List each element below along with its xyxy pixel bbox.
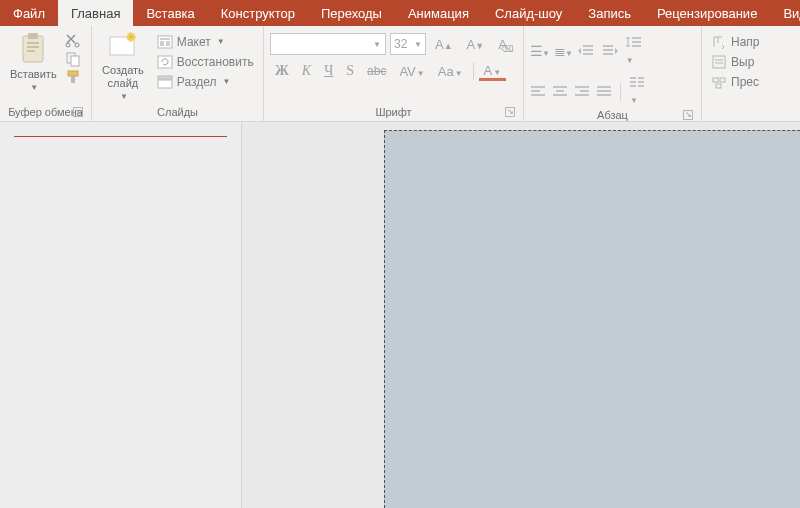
svg-rect-18 [158,80,172,88]
line-spacing-button[interactable]: ▼ [625,35,643,67]
svg-rect-14 [160,38,170,40]
dialog-launcher-icon[interactable]: ↘ [505,107,515,117]
tab-review[interactable]: Рецензирование [644,0,770,26]
section-icon [157,74,173,90]
group-drawing: Напр Выр Прес [702,26,782,121]
group-drawing-label [708,116,776,121]
ribbon: Вставить ▼ Буфер обмена ↘ [0,26,800,122]
numbering-button[interactable]: ≣▼ [554,43,571,59]
bullets-button[interactable]: ☰▼ [530,43,548,59]
copy-button[interactable] [65,51,81,67]
change-case-button[interactable]: Aa▼ [433,62,468,81]
text-direction-label: Напр [731,34,760,50]
align-left-button[interactable] [530,86,546,98]
brush-icon [65,69,81,85]
tab-slideshow[interactable]: Слайд-шоу [482,0,575,26]
align-text-button[interactable]: Выр [708,53,763,71]
line-spacing-icon [625,35,643,49]
slide-insertion-marker[interactable] [14,136,227,140]
increase-indent-button[interactable] [601,44,619,58]
align-justify-button[interactable] [596,86,612,98]
text-direction-icon [711,34,727,50]
dialog-launcher-icon[interactable]: ↘ [73,107,83,117]
align-center-button[interactable] [552,86,568,98]
font-size-combo[interactable]: 32 ▼ [390,33,426,55]
clipboard-icon [19,31,47,65]
align-right-icon [574,86,590,98]
workspace [0,122,800,508]
svg-rect-8 [71,56,79,66]
outdent-icon [577,44,595,58]
text-direction-button[interactable]: Напр [708,33,763,51]
svg-rect-17 [158,56,172,68]
underline-button[interactable]: Ч [319,61,338,81]
chevron-down-icon: ▼ [120,90,128,103]
slide-thumbnails-panel[interactable] [0,122,242,508]
copy-icon [65,51,81,67]
convert-smartart-button[interactable]: Прес [708,73,763,91]
svg-rect-3 [27,46,39,48]
tab-animations[interactable]: Анимация [395,0,482,26]
svg-rect-2 [27,42,39,44]
dialog-launcher-icon[interactable]: ↘ [683,110,693,120]
scissors-icon [65,33,81,49]
paste-label: Вставить [10,68,57,81]
tab-record[interactable]: Запись [575,0,644,26]
italic-button[interactable]: К [297,61,316,81]
paste-button[interactable]: Вставить ▼ [6,29,61,104]
shrink-font-button[interactable]: A▼ [462,35,490,54]
new-slide-icon [107,31,139,61]
svg-rect-15 [160,41,164,46]
section-button[interactable]: Раздел ▼ [154,73,257,91]
tab-insert[interactable]: Вставка [133,0,207,26]
tab-transitions[interactable]: Переходы [308,0,395,26]
svg-rect-10 [71,76,75,83]
clear-format-button[interactable]: A⌫ [493,35,512,54]
cut-button[interactable] [65,33,81,49]
separator [473,62,474,80]
tab-design[interactable]: Конструктор [208,0,308,26]
group-font-label: Шрифт ↘ [270,104,517,121]
chevron-down-icon: ▼ [373,40,381,49]
svg-rect-23 [716,84,721,88]
new-slide-button[interactable]: Создать слайд ▼ [98,29,148,104]
smartart-icon [711,74,727,90]
tab-file[interactable]: Файл [0,0,58,26]
font-color-button[interactable]: A▼ [479,61,507,81]
group-font: ▼ 32 ▼ A▲ A▼ A⌫ Ж К Ч S abc AV▼ Aa▼ A▼ [264,26,524,121]
svg-rect-9 [68,71,78,76]
chevron-down-icon: ▼ [217,34,225,50]
group-paragraph: ☰▼ ≣▼ ▼ ▼ Абзац [524,26,702,121]
shadow-button[interactable]: S [341,61,359,81]
content-placeholder[interactable] [384,130,800,508]
group-slides: Создать слайд ▼ Макет ▼ Восстановить [92,26,264,121]
layout-icon [157,34,173,50]
columns-icon [629,77,645,89]
tab-view[interactable]: Вид [770,0,800,26]
svg-rect-21 [713,78,718,82]
group-clipboard: Вставить ▼ Буфер обмена ↘ [0,26,92,121]
format-painter-button[interactable] [65,69,81,85]
chevron-down-icon: ▼ [414,40,422,49]
svg-rect-22 [720,78,725,82]
section-label: Раздел [177,74,217,90]
grow-font-button[interactable]: A▲ [430,35,458,54]
svg-point-5 [66,43,70,47]
columns-button[interactable]: ▼ [629,77,645,107]
font-name-combo[interactable]: ▼ [270,33,386,55]
bold-button[interactable]: Ж [270,61,294,81]
char-spacing-button[interactable]: AV▼ [394,62,429,81]
slide-edit-area[interactable] [242,122,800,508]
svg-rect-0 [23,36,43,62]
new-slide-label: Создать слайд [102,64,144,90]
reset-button[interactable]: Восстановить [154,53,257,71]
svg-rect-1 [28,33,38,39]
convert-label: Прес [731,74,759,90]
decrease-indent-button[interactable] [577,44,595,58]
svg-rect-19 [158,76,172,79]
align-justify-icon [596,86,612,98]
align-right-button[interactable] [574,86,590,98]
layout-button[interactable]: Макет ▼ [154,33,257,51]
strike-button[interactable]: abc [362,62,391,80]
tab-home[interactable]: Главная [58,0,133,26]
